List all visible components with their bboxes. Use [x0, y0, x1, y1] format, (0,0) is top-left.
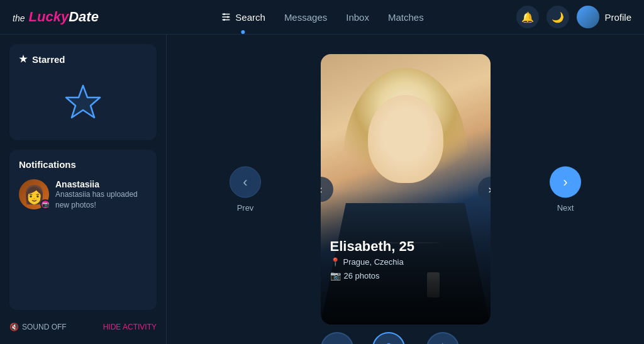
camera-small-icon: 📷	[330, 270, 341, 280]
card-location: 📍 Prague, Czechia	[330, 257, 415, 267]
main-content: ★ Starred Notifications 👩 📷	[0, 35, 644, 344]
camera-icon: 📷	[42, 201, 49, 208]
star-illustration	[19, 74, 147, 131]
profile-card: Elisabeth, 25 📍 Prague, Czechia 📷 26 pho…	[321, 54, 491, 325]
sound-off-button[interactable]: 🔇 SOUND OFF	[9, 323, 67, 331]
sidebar: ★ Starred Notifications 👩 📷	[0, 35, 167, 344]
header: the LuckyDate Search Messages Inbox Matc…	[0, 0, 644, 35]
sliders-icon	[220, 11, 231, 23]
notification-avatar-wrap: 👩 📷	[19, 179, 49, 209]
favorites-action[interactable]: ☆ To favorites	[424, 332, 462, 344]
nav-search[interactable]: Search	[220, 11, 265, 23]
notification-badge: 📷	[40, 199, 50, 209]
svg-point-3	[223, 13, 225, 15]
location-icon: 📍	[330, 257, 340, 267]
star-icon-filled: ★	[19, 53, 27, 65]
nav-messages-label: Messages	[284, 12, 327, 23]
dark-mode-button[interactable]: 🌙	[547, 6, 569, 28]
nav-inbox-label: Inbox	[346, 12, 369, 23]
main-nav: Search Messages Inbox Matches	[220, 11, 423, 23]
profile-button[interactable]: Profile	[577, 6, 631, 28]
card-photos: 📷 26 photos	[330, 270, 415, 280]
logo-the: the	[13, 13, 25, 23]
sidebar-footer: 🔇 SOUND OFF HIDE ACTIVITY	[9, 319, 157, 335]
person-icon	[382, 341, 396, 344]
svg-point-5	[223, 19, 225, 21]
notification-text: Anastasiia Anastasiia has uploaded new p…	[55, 179, 147, 211]
nav-inbox[interactable]: Inbox	[346, 12, 369, 23]
speaker-icon: 🔇	[9, 323, 19, 331]
next-nav: › Next	[550, 167, 581, 213]
like-button[interactable]: ♥	[321, 332, 353, 344]
prev-nav: ‹ Prev	[230, 167, 261, 213]
notifications-card: Notifications 👩 📷 Anastasiia Anastasiia …	[9, 150, 157, 310]
notification-name: Anastasiia	[55, 179, 147, 189]
nav-search-label: Search	[235, 12, 265, 23]
header-right: 🔔 🌙 Profile	[516, 6, 631, 28]
starred-card: ★ Starred	[9, 44, 157, 140]
logo-lucky: Lucky	[29, 9, 69, 25]
action-buttons: ♥ Like Profile ☆ To favorites	[321, 332, 491, 344]
next-button[interactable]: ›	[550, 167, 581, 198]
notifications-title: Notifications	[19, 159, 147, 170]
bell-button[interactable]: 🔔	[516, 6, 539, 28]
notification-item[interactable]: 👩 📷 Anastasiia Anastasiia has uploaded n…	[19, 179, 147, 211]
bell-icon: 🔔	[521, 11, 534, 23]
star-outline-icon	[61, 80, 105, 125]
next-label: Next	[557, 203, 574, 213]
card-name: Elisabeth, 25	[330, 238, 415, 255]
svg-point-4	[227, 16, 229, 18]
app-logo[interactable]: the LuckyDate	[13, 9, 99, 25]
profile-card-container: Elisabeth, 25 📍 Prague, Czechia 📷 26 pho…	[321, 54, 491, 325]
prev-label: Prev	[237, 203, 254, 213]
prev-button[interactable]: ‹	[230, 167, 261, 198]
notification-desc: Anastasiia has uploaded new photos!	[55, 189, 147, 211]
like-action[interactable]: ♥ Like	[321, 332, 353, 344]
hide-activity-button[interactable]: HIDE ACTIVITY	[103, 323, 157, 331]
nav-matches[interactable]: Matches	[388, 12, 424, 23]
portrait-face	[368, 95, 443, 183]
favorites-button[interactable]: ☆	[426, 332, 459, 344]
profile-action[interactable]: Profile	[372, 332, 405, 344]
moon-icon: 🌙	[552, 11, 564, 23]
card-info: Elisabeth, 25 📍 Prague, Czechia 📷 26 pho…	[330, 238, 415, 280]
logo-date: Date	[69, 9, 99, 25]
nav-messages[interactable]: Messages	[284, 12, 327, 23]
header-profile-avatar	[577, 6, 599, 28]
header-profile-label: Profile	[604, 12, 631, 23]
profile-view-button[interactable]	[372, 332, 405, 344]
center-content: ‹ Prev Elisabeth, 25 📍	[167, 35, 644, 344]
starred-title: ★ Starred	[19, 53, 147, 65]
nav-matches-label: Matches	[388, 12, 424, 23]
